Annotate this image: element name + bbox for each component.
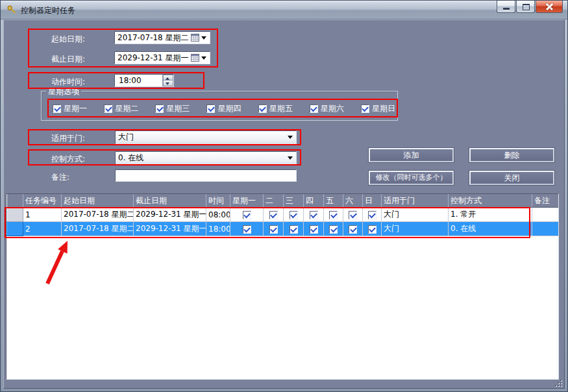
chevron-down-icon[interactable] xyxy=(288,136,293,139)
modify-button[interactable]: 修改（同时可选多个） xyxy=(369,171,454,185)
maximize-button[interactable] xyxy=(516,1,535,13)
checkbox-icon[interactable] xyxy=(349,225,357,234)
control-mode-combobox[interactable]: 0. 在线 xyxy=(115,151,297,165)
resize-grip[interactable] xyxy=(554,379,563,387)
checkbox-icon[interactable] xyxy=(155,104,164,113)
cell-day-6[interactable] xyxy=(343,222,363,236)
cell-day-2[interactable] xyxy=(264,222,284,236)
door-combobox[interactable]: 大门 xyxy=(115,130,297,144)
column-header-7[interactable]: 三 xyxy=(284,194,304,208)
column-header-12[interactable]: 适用于门 xyxy=(382,194,449,208)
add-button[interactable]: 添加 xyxy=(369,148,454,162)
checkbox-icon[interactable] xyxy=(243,211,251,219)
cell-day-5[interactable] xyxy=(324,222,343,236)
chevron-down-icon[interactable] xyxy=(201,56,206,60)
weekday-checkbox-1[interactable]: 星期一 xyxy=(53,103,87,114)
cell-day-7[interactable] xyxy=(363,222,382,236)
cell-task-id[interactable]: 1 xyxy=(23,208,62,222)
cell-time[interactable]: 18:00 xyxy=(206,222,230,236)
column-header-14[interactable]: 备注 xyxy=(532,194,559,208)
checkbox-icon[interactable] xyxy=(310,225,318,234)
close-button[interactable] xyxy=(536,1,563,13)
weekday-checkbox-5[interactable]: 星期五 xyxy=(258,103,293,114)
spinner-up-button[interactable] xyxy=(163,75,173,80)
checkbox-icon[interactable] xyxy=(269,225,278,234)
checkbox-icon[interactable] xyxy=(206,104,215,113)
spinner-down-button[interactable] xyxy=(163,80,173,86)
cell-day-1[interactable] xyxy=(230,208,264,222)
checkbox-icon[interactable] xyxy=(310,104,318,113)
checkbox-icon[interactable] xyxy=(361,104,369,113)
column-header-8[interactable]: 四 xyxy=(304,194,324,208)
cell-time[interactable]: 08:00 xyxy=(206,208,230,222)
checkbox-icon[interactable] xyxy=(290,225,298,234)
close-dialog-button[interactable]: 关闭 xyxy=(469,171,554,185)
row-selector[interactable] xyxy=(7,222,23,236)
cell-door[interactable]: 大门 xyxy=(382,208,449,222)
cell-mode[interactable]: 0. 在线 xyxy=(449,222,532,236)
weekday-checkbox-6[interactable]: 星期六 xyxy=(310,103,344,114)
column-header-1[interactable]: 任务编号 xyxy=(23,194,62,208)
column-header-10[interactable]: 六 xyxy=(343,194,363,208)
column-header-5[interactable]: 星期一 xyxy=(230,194,264,208)
row-selector[interactable] xyxy=(7,208,23,222)
cell-day-5[interactable] xyxy=(324,208,343,222)
checkmark-icon xyxy=(105,105,112,112)
cell-start-date[interactable]: 2017-07-18 星期二 xyxy=(62,208,134,222)
chevron-down-icon[interactable] xyxy=(201,36,206,40)
cell-day-7[interactable] xyxy=(363,208,382,222)
cell-day-1[interactable] xyxy=(230,222,264,236)
weekday-label: 星期六 xyxy=(321,103,344,114)
cell-task-id[interactable]: 2 xyxy=(23,222,62,236)
table-row-2[interactable]: 22017-07-18 星期二2029-12-31 星期一18:00大门0. 在… xyxy=(7,222,559,236)
remark-input[interactable] xyxy=(115,169,297,182)
cell-day-2[interactable] xyxy=(264,208,284,222)
checkbox-icon[interactable] xyxy=(368,225,377,234)
minimize-button[interactable] xyxy=(497,1,515,13)
weekday-checkbox-4[interactable]: 星期四 xyxy=(206,103,241,114)
weekday-checkbox-7[interactable]: 星期日 xyxy=(361,103,395,114)
cell-day-6[interactable] xyxy=(343,208,363,222)
cell-day-4[interactable] xyxy=(304,208,324,222)
weekday-checkbox-2[interactable]: 星期二 xyxy=(104,103,138,114)
action-time-field[interactable]: 18:00 xyxy=(114,74,174,87)
column-header-selector[interactable] xyxy=(7,194,23,208)
column-header-2[interactable]: 起始日期 xyxy=(62,194,134,208)
cell-end-date[interactable]: 2029-12-31 星期一 xyxy=(134,222,206,236)
cell-day-3[interactable] xyxy=(284,222,304,236)
column-header-6[interactable]: 二 xyxy=(264,194,284,208)
table-row-1[interactable]: 12017-07-18 星期二2029-12-31 星期一08:00大门1. 常… xyxy=(7,208,559,222)
title-bar[interactable]: 控制器定时任务 xyxy=(1,1,567,19)
column-header-3[interactable]: 截止日期 xyxy=(134,194,206,208)
cell-start-date[interactable]: 2017-07-18 星期二 xyxy=(62,222,134,236)
start-date-field[interactable]: 2017-07-18 星期二 xyxy=(114,31,210,44)
checkbox-icon[interactable] xyxy=(329,211,338,219)
cell-mode[interactable]: 1. 常开 xyxy=(449,208,532,222)
delete-button[interactable]: 删除 xyxy=(469,148,554,162)
checkbox-icon[interactable] xyxy=(368,211,377,219)
cell-remark[interactable] xyxy=(532,222,559,236)
cell-door[interactable]: 大门 xyxy=(382,222,449,236)
checkbox-icon[interactable] xyxy=(258,104,267,113)
checkbox-icon[interactable] xyxy=(269,211,278,219)
checkbox-icon[interactable] xyxy=(310,211,318,219)
chevron-down-icon[interactable] xyxy=(288,156,293,160)
checkbox-icon[interactable] xyxy=(290,211,298,219)
column-header-11[interactable]: 日 xyxy=(363,194,382,208)
checkbox-icon[interactable] xyxy=(53,104,61,113)
cell-day-4[interactable] xyxy=(304,222,324,236)
end-date-field[interactable]: 2029-12-31 星期一 xyxy=(114,51,210,64)
column-header-9[interactable]: 五 xyxy=(324,194,343,208)
cell-day-3[interactable] xyxy=(284,208,304,222)
checkmark-icon xyxy=(156,105,164,112)
cell-remark[interactable] xyxy=(532,208,559,222)
checkbox-icon[interactable] xyxy=(243,225,251,234)
column-header-4[interactable]: 时间 xyxy=(206,194,230,208)
column-header-13[interactable]: 控制方式 xyxy=(449,194,532,208)
checkmark-icon xyxy=(310,211,317,218)
checkbox-icon[interactable] xyxy=(104,104,112,113)
cell-end-date[interactable]: 2029-12-31 星期一 xyxy=(134,208,206,222)
checkbox-icon[interactable] xyxy=(349,211,357,219)
weekday-checkbox-3[interactable]: 星期三 xyxy=(155,103,190,114)
checkbox-icon[interactable] xyxy=(329,225,338,234)
